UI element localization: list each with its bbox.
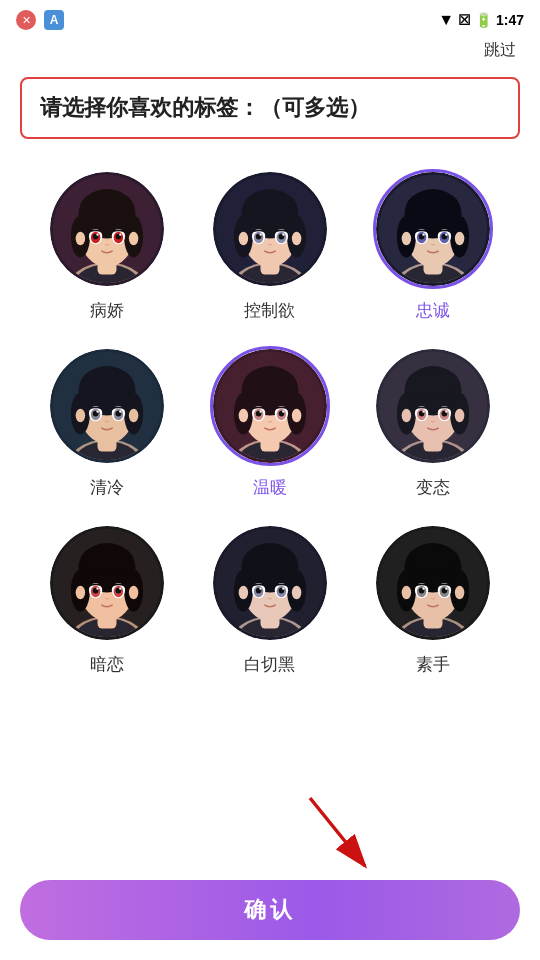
svg-point-187 xyxy=(423,588,425,590)
svg-point-166 xyxy=(259,588,261,590)
arrow-indicator xyxy=(300,788,380,882)
title-box: 请选择你喜欢的标签：（可多选） xyxy=(20,77,520,139)
svg-point-12 xyxy=(129,232,139,245)
tag-item-7[interactable]: 暗恋 xyxy=(30,523,183,676)
tag-label-6: 变态 xyxy=(416,476,450,499)
svg-point-136 xyxy=(80,545,133,575)
tag-item-5[interactable]: 温暖 xyxy=(193,346,346,499)
svg-point-94 xyxy=(243,368,296,398)
avatar-wrapper-5 xyxy=(210,346,330,466)
tag-item-8[interactable]: 白切黑 xyxy=(193,523,346,676)
svg-point-95 xyxy=(239,409,249,422)
svg-point-11 xyxy=(75,232,85,245)
tag-label-7: 暗恋 xyxy=(90,653,124,676)
svg-point-54 xyxy=(455,232,465,245)
svg-point-179 xyxy=(402,586,412,599)
svg-point-75 xyxy=(129,409,139,422)
avatar-wrapper-1 xyxy=(47,169,167,289)
status-right-info: ▼ ☒ 🔋 1:47 xyxy=(438,11,524,29)
svg-point-53 xyxy=(402,232,412,245)
svg-point-167 xyxy=(282,588,284,590)
svg-point-33 xyxy=(292,232,302,245)
avatar-wrapper-2 xyxy=(210,169,330,289)
top-nav: 跳过 xyxy=(0,36,540,69)
svg-point-124 xyxy=(423,411,425,413)
skip-button[interactable]: 跳过 xyxy=(484,40,516,61)
svg-point-137 xyxy=(75,586,85,599)
a-icon: A xyxy=(44,10,64,30)
svg-point-83 xyxy=(119,411,121,413)
svg-point-117 xyxy=(455,409,465,422)
signal-icon: ☒ xyxy=(458,12,471,28)
tag-label-2: 控制欲 xyxy=(244,299,295,322)
svg-point-20 xyxy=(119,234,121,236)
tag-label-8: 白切黑 xyxy=(244,653,295,676)
status-left-icons: ✕ A xyxy=(16,10,64,30)
tag-item-4[interactable]: 清冷 xyxy=(30,346,183,499)
avatar-wrapper-9 xyxy=(373,523,493,643)
svg-point-157 xyxy=(243,545,296,575)
tag-label-9: 素手 xyxy=(416,653,450,676)
svg-point-178 xyxy=(407,545,460,575)
svg-point-158 xyxy=(239,586,249,599)
svg-point-32 xyxy=(239,232,249,245)
wifi-icon: ▼ xyxy=(438,11,454,29)
tag-grid: 病娇 控制欲 xyxy=(0,159,540,696)
avatar-wrapper-3 xyxy=(373,169,493,289)
svg-point-159 xyxy=(292,586,302,599)
svg-point-116 xyxy=(402,409,412,422)
svg-point-52 xyxy=(407,191,460,221)
svg-point-40 xyxy=(259,234,261,236)
tag-item-3[interactable]: 忠诚 xyxy=(357,169,510,322)
time-display: 1:47 xyxy=(496,12,524,28)
avatar-wrapper-4 xyxy=(47,346,167,466)
tag-item-6[interactable]: 变态 xyxy=(357,346,510,499)
svg-line-190 xyxy=(310,798,365,866)
svg-point-103 xyxy=(259,411,261,413)
confirm-button[interactable]: 确认 xyxy=(20,880,520,940)
svg-point-82 xyxy=(96,411,98,413)
svg-point-96 xyxy=(292,409,302,422)
avatar-wrapper-6 xyxy=(373,346,493,466)
tag-label-4: 清冷 xyxy=(90,476,124,499)
tag-item-9[interactable]: 素手 xyxy=(357,523,510,676)
svg-point-180 xyxy=(455,586,465,599)
status-bar: ✕ A ▼ ☒ 🔋 1:47 xyxy=(0,0,540,36)
svg-point-125 xyxy=(445,411,447,413)
svg-point-10 xyxy=(80,191,133,221)
svg-point-31 xyxy=(243,191,296,221)
bottom-fade xyxy=(0,812,540,872)
svg-point-146 xyxy=(119,588,121,590)
svg-point-73 xyxy=(80,368,133,398)
tag-label-3: 忠诚 xyxy=(416,299,450,322)
svg-point-188 xyxy=(445,588,447,590)
svg-point-41 xyxy=(282,234,284,236)
svg-point-145 xyxy=(96,588,98,590)
svg-point-115 xyxy=(407,368,460,398)
tag-item-2[interactable]: 控制欲 xyxy=(193,169,346,322)
tag-label-5: 温暖 xyxy=(253,476,287,499)
svg-point-61 xyxy=(423,234,425,236)
tag-label-1: 病娇 xyxy=(90,299,124,322)
svg-point-138 xyxy=(129,586,139,599)
shield-icon: ✕ xyxy=(16,10,36,30)
battery-icon: 🔋 xyxy=(475,12,492,28)
svg-point-19 xyxy=(96,234,98,236)
avatar-wrapper-8 xyxy=(210,523,330,643)
svg-point-62 xyxy=(445,234,447,236)
tag-item-1[interactable]: 病娇 xyxy=(30,169,183,322)
svg-point-74 xyxy=(75,409,85,422)
svg-point-104 xyxy=(282,411,284,413)
avatar-wrapper-7 xyxy=(47,523,167,643)
confirm-label: 确认 xyxy=(244,895,296,925)
page-title: 请选择你喜欢的标签：（可多选） xyxy=(40,95,370,120)
